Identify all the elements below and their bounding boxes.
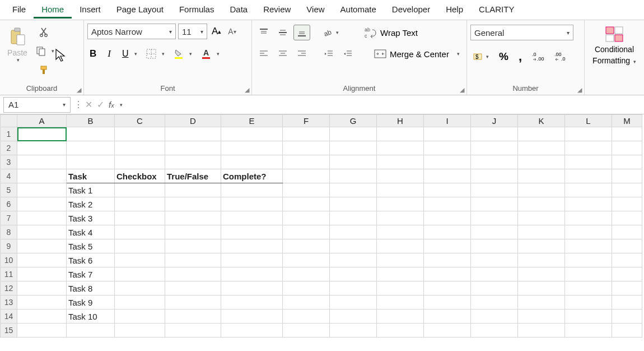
cell-F11[interactable]: [283, 267, 330, 281]
dialog-launcher-icon[interactable]: ◢: [577, 86, 582, 94]
cell-G2[interactable]: [330, 141, 377, 155]
cell-D4[interactable]: True/False: [165, 169, 221, 183]
cell-H13[interactable]: [377, 295, 424, 310]
cell-D1[interactable]: [165, 127, 221, 141]
tab-file[interactable]: File: [4, 1, 34, 19]
row-header-15[interactable]: 15: [1, 324, 17, 338]
cell-C14[interactable]: [115, 310, 165, 324]
align-top-button[interactable]: [255, 25, 272, 40]
row-header-4[interactable]: 4: [1, 169, 17, 183]
cell-B4[interactable]: Task: [67, 169, 115, 183]
cell-I14[interactable]: [424, 310, 471, 324]
cell-C11[interactable]: [115, 267, 165, 281]
row-header-2[interactable]: 2: [1, 141, 17, 155]
cell-D12[interactable]: [165, 281, 221, 295]
cell-F5[interactable]: [283, 183, 330, 197]
row-header-8[interactable]: 8: [1, 225, 17, 239]
cell-C10[interactable]: [115, 253, 165, 267]
column-header-C[interactable]: C: [115, 115, 165, 127]
font-color-button[interactable]: A: [199, 46, 213, 62]
cell-A14[interactable]: [17, 310, 67, 324]
cell-B12[interactable]: Task 8: [67, 281, 115, 295]
cell-A3[interactable]: [17, 155, 67, 169]
merge-center-button[interactable]: Merge & Center ▾: [372, 47, 462, 61]
tab-review[interactable]: Review: [255, 1, 298, 19]
cell-A6[interactable]: [17, 197, 67, 211]
cell-M15[interactable]: [612, 324, 642, 338]
cell-C12[interactable]: [115, 281, 165, 295]
cell-L10[interactable]: [565, 253, 612, 267]
cell-A11[interactable]: [17, 267, 67, 281]
cancel-formula-icon[interactable]: ✕: [85, 99, 92, 110]
cell-I3[interactable]: [424, 155, 471, 169]
cell-A2[interactable]: [17, 141, 67, 155]
cell-I9[interactable]: [424, 239, 471, 253]
cell-K1[interactable]: [518, 127, 565, 141]
cell-K12[interactable]: [518, 281, 565, 295]
name-box[interactable]: A1▾: [3, 97, 71, 113]
cell-G3[interactable]: [330, 155, 377, 169]
cell-K5[interactable]: [518, 183, 565, 197]
borders-button[interactable]: [144, 47, 158, 61]
cell-E1[interactable]: [221, 127, 283, 141]
cell-F4[interactable]: [283, 169, 330, 183]
chevron-down-icon[interactable]: ▾: [457, 51, 460, 57]
column-header-G[interactable]: G: [330, 115, 377, 127]
cell-D8[interactable]: [165, 225, 221, 239]
cell-G6[interactable]: [330, 197, 377, 211]
cell-C15[interactable]: [115, 324, 165, 338]
cell-M13[interactable]: [612, 295, 642, 310]
cell-B15[interactable]: [67, 324, 115, 338]
cell-E15[interactable]: [221, 324, 283, 338]
tab-help[interactable]: Help: [438, 1, 471, 19]
cell-K8[interactable]: [518, 225, 565, 239]
cell-L5[interactable]: [565, 183, 612, 197]
cell-F8[interactable]: [283, 225, 330, 239]
column-header-D[interactable]: D: [165, 115, 221, 127]
cell-L2[interactable]: [565, 141, 612, 155]
cell-G10[interactable]: [330, 253, 377, 267]
row-header-14[interactable]: 14: [1, 310, 17, 324]
accounting-format-button[interactable]: $▾: [470, 49, 491, 64]
cell-L13[interactable]: [565, 295, 612, 310]
dialog-launcher-icon[interactable]: ◢: [245, 86, 249, 94]
cell-B13[interactable]: Task 9: [67, 295, 115, 310]
cell-I12[interactable]: [424, 281, 471, 295]
cell-J1[interactable]: [471, 127, 518, 141]
cell-J3[interactable]: [471, 155, 518, 169]
italic-button[interactable]: I: [105, 46, 113, 62]
cell-E3[interactable]: [221, 155, 283, 169]
align-right-button[interactable]: [293, 46, 310, 62]
column-header-I[interactable]: I: [424, 115, 471, 127]
cell-B7[interactable]: Task 3: [67, 211, 115, 225]
decrease-decimal-button[interactable]: .00.0: [552, 49, 569, 64]
cell-M4[interactable]: [612, 169, 642, 183]
cell-D9[interactable]: [165, 239, 221, 253]
column-header-A[interactable]: A: [17, 115, 67, 127]
cell-J9[interactable]: [471, 239, 518, 253]
cell-H9[interactable]: [377, 239, 424, 253]
comma-button[interactable]: ,: [516, 47, 524, 66]
cell-E12[interactable]: [221, 281, 283, 295]
dialog-launcher-icon[interactable]: ◢: [460, 86, 464, 94]
cell-F9[interactable]: [283, 239, 330, 253]
cell-F2[interactable]: [283, 141, 330, 155]
cell-A7[interactable]: [17, 211, 67, 225]
cell-C8[interactable]: [115, 225, 165, 239]
cell-H6[interactable]: [377, 197, 424, 211]
cell-F7[interactable]: [283, 211, 330, 225]
cell-K4[interactable]: [518, 169, 565, 183]
cell-E5[interactable]: [221, 183, 283, 197]
cell-H15[interactable]: [377, 324, 424, 338]
cell-K15[interactable]: [518, 324, 565, 338]
orientation-button[interactable]: ab▾: [320, 25, 341, 40]
cell-A12[interactable]: [17, 281, 67, 295]
format-painter-button[interactable]: [34, 63, 54, 77]
cell-I7[interactable]: [424, 211, 471, 225]
row-header-12[interactable]: 12: [1, 281, 17, 295]
cell-D13[interactable]: [165, 295, 221, 310]
column-header-L[interactable]: L: [565, 115, 612, 127]
percent-button[interactable]: %: [497, 48, 511, 65]
cell-I5[interactable]: [424, 183, 471, 197]
cell-B11[interactable]: Task 7: [67, 267, 115, 281]
